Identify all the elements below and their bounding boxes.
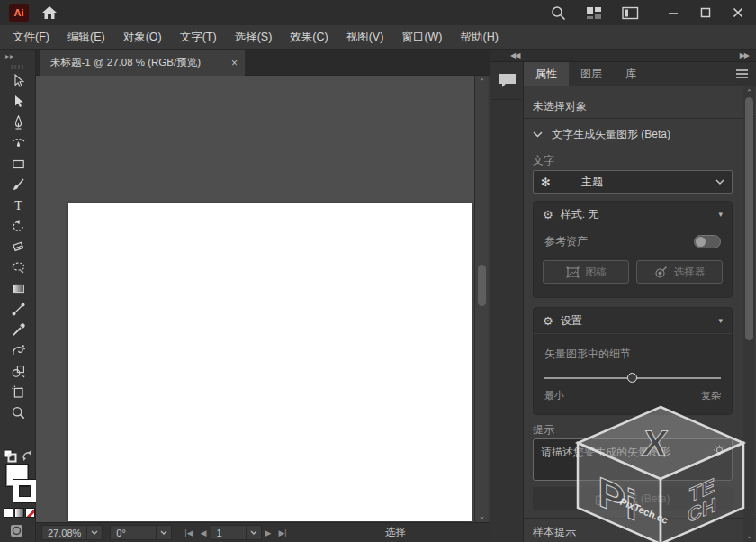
scroll-up-icon[interactable]: ⌃ [475,76,489,88]
symbol-sprayer-tool[interactable] [0,340,36,361]
picker-button-label: 选择器 [674,266,706,279]
lightbulb-icon[interactable] [713,445,726,458]
canvas-vertical-scrollbar[interactable]: ⌃ ⌄ [474,76,488,522]
arrange-documents-icon[interactable] [622,6,639,20]
pen-tool[interactable] [0,113,36,133]
last-artboard-button[interactable]: ▶| [274,528,290,537]
rectangle-tool[interactable] [0,154,36,175]
tools-panel: ▸▸ ‖‖‖‖ T [0,50,36,542]
prompt-input[interactable]: 请描述您要生成的矢量图形 [533,438,733,481]
generate-button[interactable]: 生成 (Beta) [533,487,733,510]
scroll-down-icon[interactable]: ⌄ [475,510,489,522]
settings-group: ⚙ 设置 ▾ 矢量图形中的细节 最小 复杂 [533,307,733,415]
tab-properties[interactable]: 属性 [524,62,569,86]
search-icon[interactable] [551,5,566,21]
rotation-angle-field[interactable]: 0° [110,525,157,540]
reference-asset-toggle[interactable] [694,235,721,248]
settings-header[interactable]: ⚙ 设置 ▾ [534,308,732,333]
home-icon[interactable] [41,5,58,20]
draw-mode-icon[interactable] [10,524,26,538]
tab-libraries[interactable]: 库 [614,62,648,86]
zoom-tool[interactable] [0,402,36,423]
direct-selection-tool[interactable] [0,92,36,113]
minimize-button[interactable] [668,7,679,18]
shape-builder-tool[interactable] [0,361,36,382]
style-value-label: 样式: 无 [561,207,599,222]
tab-layers[interactable]: 图层 [569,62,614,86]
artboard[interactable] [68,203,472,521]
document-tab-title: 未标题-1 @ 27.08 % (RGB/预览) [50,56,201,69]
lasso-tool[interactable] [0,257,36,278]
curvature-tool[interactable] [0,133,36,154]
eraser-tool[interactable] [0,237,36,257]
first-artboard-button[interactable]: |◀ [181,528,196,537]
next-artboard-button[interactable]: ▶ [262,528,275,537]
artboard-dropdown-icon[interactable] [247,525,262,540]
default-fill-stroke-icon[interactable] [4,449,17,463]
artboard-tool[interactable] [0,382,36,402]
settings-label: 设置 [561,313,582,329]
menu-edit[interactable]: 编辑(E) [58,25,114,50]
triangle-down-icon: ▾ [718,316,723,325]
menu-select[interactable]: 选择(S) [226,25,282,50]
menu-effect[interactable]: 效果(C) [281,25,337,50]
color-mode-color[interactable] [4,508,14,518]
menu-help[interactable]: 帮助(H) [452,25,508,50]
menu-window[interactable]: 窗口(W) [392,25,451,50]
scroll-down-icon[interactable]: ⌄ [743,531,755,540]
angle-dropdown-icon[interactable] [157,525,172,540]
detail-label: 矢量图形中的细节 [534,334,732,362]
picker-button[interactable]: 选择器 [636,260,723,284]
tools-expand-icon[interactable]: ▸▸ [0,50,35,62]
svg-text:T: T [14,199,22,212]
panel-scroll-thumb[interactable] [745,97,753,340]
zoom-level-field[interactable]: 27.08% [41,525,87,540]
stroke-color-swatch[interactable] [14,480,36,502]
eyedropper-tool[interactable] [0,320,36,340]
maximize-button[interactable] [700,7,711,18]
menu-file[interactable]: 文件(F) [4,25,58,50]
swap-fill-stroke-icon[interactable] [21,449,33,462]
collapse-left-icon[interactable]: ◀◀ [510,51,519,59]
panel-menu-icon[interactable] [735,68,749,79]
theme-select[interactable]: ✻ 主题 [533,170,733,194]
collapsed-panel-strip [490,62,524,542]
t2v-section-header[interactable]: 文字生成矢量图形 (Beta) [533,127,733,142]
document-close-icon[interactable]: × [231,57,238,69]
detail-min-label: 最小 [544,389,564,402]
rotate-tool[interactable] [0,216,36,237]
paintbrush-tool[interactable] [0,175,36,195]
menu-object[interactable]: 对象(O) [114,25,171,50]
panel-scrollbar[interactable]: ⌃ ⌄ [743,86,755,542]
close-button[interactable] [733,7,743,18]
document-tab[interactable]: 未标题-1 @ 27.08 % (RGB/预览) × [40,50,245,76]
width-tool[interactable] [0,299,36,320]
scroll-up-icon[interactable]: ⌃ [743,88,755,97]
detail-slider[interactable] [544,373,721,384]
workspace-switcher-icon[interactable] [586,6,602,20]
artboard-number-field[interactable]: 1 [211,525,247,540]
zoom-dropdown-icon[interactable] [87,525,103,540]
no-selection-label: 未选择对象 [533,99,733,114]
app-logo-icon: Ai [9,4,29,22]
tools-grip[interactable]: ‖‖‖‖ [0,62,35,71]
canvas-scroll-thumb[interactable] [478,265,486,306]
color-mode-none[interactable] [25,508,35,518]
gradient-tool[interactable] [0,278,36,299]
selection-tool[interactable] [0,71,36,92]
collapse-right-icon[interactable]: ▶▶ [740,51,749,59]
type-tool[interactable]: T [0,195,36,216]
style-header[interactable]: ⚙ 样式: 无 ▾ [534,202,732,227]
text-label: 文字 [533,153,733,168]
panel-collapse-header: ◀◀ ▶▶ [490,50,756,62]
style-group: ⚙ 样式: 无 ▾ 参考资产 图稿 选择器 [533,201,733,298]
picker-brush-icon [654,266,668,278]
comments-panel-icon[interactable] [490,62,524,100]
artwork-button[interactable]: 图稿 [543,260,629,284]
previous-artboard-button[interactable]: ◀ [197,528,211,537]
slider-knob[interactable] [627,373,637,383]
color-mode-gradient[interactable] [14,508,24,518]
menu-type[interactable]: 文字(T) [171,25,226,50]
menu-view[interactable]: 视图(V) [338,25,393,50]
canvas[interactable] [36,76,474,522]
